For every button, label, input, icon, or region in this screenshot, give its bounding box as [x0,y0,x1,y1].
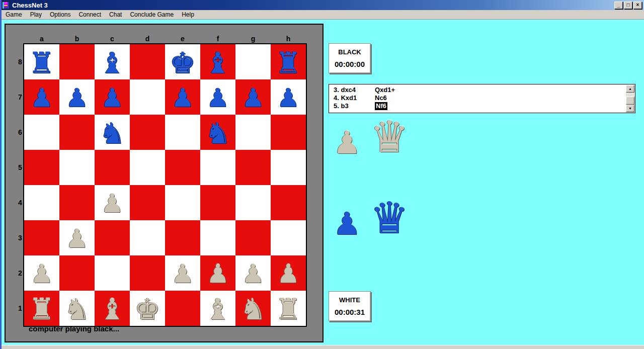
scroll-up-button[interactable]: ▲ [626,85,634,93]
square-g5[interactable] [235,150,271,185]
square-d8[interactable] [130,44,165,79]
square-d7[interactable] [130,79,165,115]
silver-pawn-g2[interactable]: ♟ [235,255,271,291]
blue-pawn-e7[interactable]: ♟ [165,79,200,115]
square-f2[interactable]: ♟ [200,255,235,291]
square-c7[interactable]: ♟ [95,79,130,115]
blue-bishop-f8[interactable]: ♝ [200,44,235,79]
blue-king-e8[interactable]: ♚ [165,44,200,79]
square-c1[interactable]: ♝ [95,291,130,326]
silver-rook-a1[interactable]: ♜ [24,291,59,326]
square-a6[interactable] [24,115,59,150]
blue-pawn-h7[interactable]: ♟ [271,79,306,115]
blue-knight-c6[interactable]: ♞ [95,115,130,150]
blue-pawn-b7[interactable]: ♟ [59,79,95,115]
menu-item-help[interactable]: Help [178,10,198,19]
menu-item-conclude-game[interactable]: Conclude Game [126,10,178,19]
square-h3[interactable] [271,220,306,255]
square-a2[interactable]: ♟ [24,255,59,291]
square-e2[interactable]: ♟ [165,255,200,291]
menu-item-connect[interactable]: Connect [74,10,105,19]
square-e7[interactable]: ♟ [165,79,200,115]
square-a5[interactable] [24,150,59,185]
silver-pawn-f2[interactable]: ♟ [200,255,235,291]
square-g7[interactable]: ♟ [235,79,271,115]
menu-item-chat[interactable]: Chat [105,10,126,19]
silver-knight-g1[interactable]: ♞ [235,291,271,326]
square-c3[interactable] [95,220,130,255]
scrollbar-track[interactable] [626,93,634,105]
square-h7[interactable]: ♟ [271,79,306,115]
square-b1[interactable]: ♞ [59,291,95,326]
square-g6[interactable] [235,115,271,150]
square-h2[interactable]: ♟ [271,255,306,291]
square-d5[interactable] [130,150,165,185]
minimize-button[interactable]: _ [614,2,623,9]
square-e5[interactable] [165,150,200,185]
square-d4[interactable] [130,185,165,220]
blue-bishop-c8[interactable]: ♝ [95,44,130,79]
square-d3[interactable] [130,220,165,255]
menu-item-options[interactable]: Options [46,10,74,19]
square-a4[interactable] [24,185,59,220]
silver-pawn-b3[interactable]: ♟ [59,220,95,255]
silver-pawn-e2[interactable]: ♟ [165,255,200,291]
square-b6[interactable] [59,115,95,150]
silver-rook-h1[interactable]: ♜ [271,291,306,326]
square-b3[interactable]: ♟ [59,220,95,255]
close-button[interactable]: × [633,2,642,9]
square-f3[interactable] [200,220,235,255]
square-g4[interactable] [235,185,271,220]
square-f6[interactable]: ♞ [200,115,235,150]
blue-knight-f6[interactable]: ♞ [200,115,235,150]
maximize-button[interactable]: □ [624,2,632,9]
silver-knight-b1[interactable]: ♞ [59,291,95,326]
square-h1[interactable]: ♜ [271,291,306,326]
square-c4[interactable]: ♟ [95,185,130,220]
square-h5[interactable] [271,150,306,185]
square-c8[interactable]: ♝ [95,44,130,79]
silver-pawn-a2[interactable]: ♟ [24,255,59,291]
blue-pawn-g7[interactable]: ♟ [235,79,271,115]
square-c6[interactable]: ♞ [95,115,130,150]
square-d1[interactable]: ♚ [130,291,165,326]
square-h4[interactable] [271,185,306,220]
square-d2[interactable] [130,255,165,291]
square-f5[interactable] [200,150,235,185]
move-list-scrollbar[interactable]: ▲ ▼ [626,85,634,112]
menu-item-game[interactable]: Game [2,10,26,19]
square-e6[interactable] [165,115,200,150]
square-e8[interactable]: ♚ [165,44,200,79]
silver-bishop-c1[interactable]: ♝ [95,291,130,326]
square-h6[interactable] [271,115,306,150]
blue-pawn-c7[interactable]: ♟ [95,79,130,115]
square-b8[interactable] [59,44,95,79]
square-g8[interactable] [235,44,271,79]
square-f8[interactable]: ♝ [200,44,235,79]
square-e4[interactable] [165,185,200,220]
square-a1[interactable]: ♜ [24,291,59,326]
square-g3[interactable] [235,220,271,255]
square-h8[interactable]: ♜ [271,44,306,79]
square-b5[interactable] [59,150,95,185]
scroll-down-button[interactable]: ▼ [626,105,634,112]
blue-rook-a8[interactable]: ♜ [24,44,59,79]
silver-pawn-c4[interactable]: ♟ [95,185,130,220]
square-c5[interactable] [95,150,130,185]
square-g1[interactable]: ♞ [235,291,271,326]
square-a3[interactable] [24,220,59,255]
silver-pawn-h2[interactable]: ♟ [271,255,306,291]
square-g2[interactable]: ♟ [235,255,271,291]
blue-pawn-a7[interactable]: ♟ [24,79,59,115]
square-c2[interactable] [95,255,130,291]
square-b2[interactable] [59,255,95,291]
square-e3[interactable] [165,220,200,255]
square-f4[interactable] [200,185,235,220]
menu-item-play[interactable]: Play [26,10,46,19]
scrollbar-thumb[interactable] [626,97,634,105]
silver-king-d1[interactable]: ♚ [130,291,165,326]
square-a8[interactable]: ♜ [24,44,59,79]
square-f1[interactable]: ♝ [200,291,235,326]
silver-bishop-f1[interactable]: ♝ [200,291,235,326]
move-list[interactable]: 3. dxc4Qxd1+4. Kxd1Nc65. b3Nf6 ▲ ▼ [329,84,635,113]
